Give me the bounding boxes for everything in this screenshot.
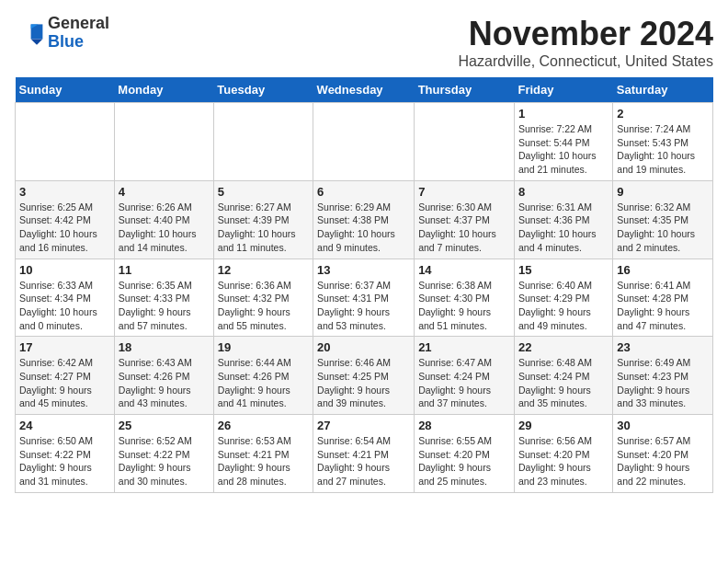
day-number: 8: [518, 185, 609, 199]
title-area: November 2024 Hazardville, Connecticut, …: [459, 15, 713, 70]
day-info: Sunrise: 6:56 AM Sunset: 4:20 PM Dayligh…: [518, 434, 609, 488]
day-info: Sunrise: 6:36 AM Sunset: 4:32 PM Dayligh…: [218, 279, 309, 333]
day-info: Sunrise: 6:37 AM Sunset: 4:31 PM Dayligh…: [317, 279, 410, 333]
calendar-cell: 23Sunrise: 6:49 AM Sunset: 4:23 PM Dayli…: [613, 337, 713, 415]
day-info: Sunrise: 6:40 AM Sunset: 4:29 PM Dayligh…: [518, 279, 609, 333]
calendar-cell: [114, 103, 213, 181]
day-info: Sunrise: 6:30 AM Sunset: 4:37 PM Dayligh…: [418, 201, 510, 255]
day-info: Sunrise: 6:42 AM Sunset: 4:27 PM Dayligh…: [19, 356, 110, 410]
day-info: Sunrise: 7:24 AM Sunset: 5:43 PM Dayligh…: [617, 122, 709, 177]
day-number: 12: [218, 263, 309, 277]
weekday-header-wednesday: Wednesday: [313, 77, 415, 103]
weekday-header-saturday: Saturday: [613, 77, 713, 103]
day-number: 10: [19, 263, 110, 277]
calendar-cell: 29Sunrise: 6:56 AM Sunset: 4:20 PM Dayli…: [514, 415, 612, 493]
calendar-cell: 22Sunrise: 6:48 AM Sunset: 4:24 PM Dayli…: [514, 337, 612, 415]
day-info: Sunrise: 6:50 AM Sunset: 4:22 PM Dayligh…: [19, 434, 110, 488]
header: General Blue November 2024 Hazardville, …: [15, 15, 713, 70]
calendar-week-row: 17Sunrise: 6:42 AM Sunset: 4:27 PM Dayli…: [16, 337, 713, 415]
day-info: Sunrise: 6:33 AM Sunset: 4:34 PM Dayligh…: [19, 279, 110, 333]
calendar-cell: 13Sunrise: 6:37 AM Sunset: 4:31 PM Dayli…: [313, 259, 415, 337]
weekday-header-sunday: Sunday: [16, 77, 115, 103]
location: Hazardville, Connecticut, United States: [459, 53, 713, 70]
calendar-cell: 2Sunrise: 7:24 AM Sunset: 5:43 PM Daylig…: [613, 103, 713, 181]
day-number: 23: [617, 340, 709, 354]
day-info: Sunrise: 6:35 AM Sunset: 4:33 PM Dayligh…: [119, 279, 210, 333]
day-number: 7: [418, 185, 510, 199]
weekday-header-thursday: Thursday: [415, 77, 515, 103]
day-number: 15: [518, 263, 609, 277]
calendar-cell: 27Sunrise: 6:54 AM Sunset: 4:21 PM Dayli…: [313, 415, 415, 493]
calendar-cell: 6Sunrise: 6:29 AM Sunset: 4:38 PM Daylig…: [313, 180, 415, 259]
calendar-week-row: 3Sunrise: 6:25 AM Sunset: 4:42 PM Daylig…: [16, 180, 713, 259]
day-info: Sunrise: 6:38 AM Sunset: 4:30 PM Dayligh…: [418, 279, 510, 333]
day-number: 25: [119, 419, 210, 432]
day-info: Sunrise: 6:47 AM Sunset: 4:24 PM Dayligh…: [418, 356, 510, 410]
day-number: 17: [19, 340, 110, 354]
day-number: 21: [418, 340, 510, 354]
calendar-cell: 28Sunrise: 6:55 AM Sunset: 4:20 PM Dayli…: [415, 415, 515, 493]
calendar-week-row: 10Sunrise: 6:33 AM Sunset: 4:34 PM Dayli…: [16, 259, 713, 337]
day-number: 3: [19, 185, 110, 199]
day-number: 1: [518, 107, 609, 121]
day-number: 4: [119, 185, 210, 199]
calendar-cell: 25Sunrise: 6:52 AM Sunset: 4:22 PM Dayli…: [114, 415, 213, 493]
day-info: Sunrise: 6:32 AM Sunset: 4:35 PM Dayligh…: [617, 201, 709, 255]
day-info: Sunrise: 6:25 AM Sunset: 4:42 PM Dayligh…: [19, 201, 110, 255]
logo-icon: [15, 18, 44, 48]
calendar-cell: 17Sunrise: 6:42 AM Sunset: 4:27 PM Dayli…: [16, 337, 115, 415]
day-number: 9: [617, 185, 709, 199]
calendar-week-row: 24Sunrise: 6:50 AM Sunset: 4:22 PM Dayli…: [16, 415, 713, 493]
day-number: 13: [317, 263, 410, 277]
calendar-cell: 4Sunrise: 6:26 AM Sunset: 4:40 PM Daylig…: [114, 180, 213, 259]
day-info: Sunrise: 6:52 AM Sunset: 4:22 PM Dayligh…: [119, 434, 210, 488]
day-number: 19: [218, 340, 309, 354]
day-number: 20: [317, 340, 410, 354]
day-number: 18: [119, 340, 210, 354]
day-info: Sunrise: 6:43 AM Sunset: 4:26 PM Dayligh…: [119, 356, 210, 410]
day-info: Sunrise: 6:54 AM Sunset: 4:21 PM Dayligh…: [317, 434, 410, 488]
day-info: Sunrise: 6:49 AM Sunset: 4:23 PM Dayligh…: [617, 356, 709, 410]
calendar-header-row: SundayMondayTuesdayWednesdayThursdayFrid…: [16, 77, 713, 103]
day-info: Sunrise: 6:55 AM Sunset: 4:20 PM Dayligh…: [418, 434, 510, 488]
calendar-cell: 14Sunrise: 6:38 AM Sunset: 4:30 PM Dayli…: [415, 259, 515, 337]
calendar-cell: 26Sunrise: 6:53 AM Sunset: 4:21 PM Dayli…: [213, 415, 313, 493]
day-info: Sunrise: 6:26 AM Sunset: 4:40 PM Dayligh…: [119, 201, 210, 255]
month-title: November 2024: [459, 15, 713, 53]
day-number: 30: [617, 419, 709, 432]
calendar-cell: 1Sunrise: 7:22 AM Sunset: 5:44 PM Daylig…: [514, 103, 612, 181]
calendar-cell: 8Sunrise: 6:31 AM Sunset: 4:36 PM Daylig…: [514, 180, 612, 259]
calendar-cell: 21Sunrise: 6:47 AM Sunset: 4:24 PM Dayli…: [415, 337, 515, 415]
day-info: Sunrise: 6:31 AM Sunset: 4:36 PM Dayligh…: [518, 201, 609, 255]
day-number: 5: [218, 185, 309, 199]
calendar-cell: 15Sunrise: 6:40 AM Sunset: 4:29 PM Dayli…: [514, 259, 612, 337]
day-number: 22: [518, 340, 609, 354]
calendar-cell: 10Sunrise: 6:33 AM Sunset: 4:34 PM Dayli…: [16, 259, 115, 337]
weekday-header-monday: Monday: [114, 77, 213, 103]
day-number: 29: [518, 419, 609, 432]
calendar-cell: [313, 103, 415, 181]
calendar-cell: [213, 103, 313, 181]
logo-blue: Blue: [48, 32, 84, 51]
day-info: Sunrise: 6:27 AM Sunset: 4:39 PM Dayligh…: [218, 201, 309, 255]
calendar-cell: 11Sunrise: 6:35 AM Sunset: 4:33 PM Dayli…: [114, 259, 213, 337]
day-number: 26: [218, 419, 309, 432]
day-info: Sunrise: 6:44 AM Sunset: 4:26 PM Dayligh…: [218, 356, 309, 410]
day-number: 14: [418, 263, 510, 277]
day-info: Sunrise: 6:53 AM Sunset: 4:21 PM Dayligh…: [218, 434, 309, 488]
day-number: 6: [317, 185, 410, 199]
day-number: 28: [418, 419, 510, 432]
calendar-cell: 30Sunrise: 6:57 AM Sunset: 4:20 PM Dayli…: [613, 415, 713, 493]
day-number: 16: [617, 263, 709, 277]
weekday-header-tuesday: Tuesday: [213, 77, 313, 103]
calendar-cell: 24Sunrise: 6:50 AM Sunset: 4:22 PM Dayli…: [16, 415, 115, 493]
logo: General Blue: [15, 15, 109, 52]
day-info: Sunrise: 7:22 AM Sunset: 5:44 PM Dayligh…: [518, 122, 609, 177]
calendar-cell: 18Sunrise: 6:43 AM Sunset: 4:26 PM Dayli…: [114, 337, 213, 415]
calendar-week-row: 1Sunrise: 7:22 AM Sunset: 5:44 PM Daylig…: [16, 103, 713, 181]
day-number: 11: [119, 263, 210, 277]
calendar-cell: 7Sunrise: 6:30 AM Sunset: 4:37 PM Daylig…: [415, 180, 515, 259]
calendar-cell: [415, 103, 515, 181]
day-number: 24: [19, 419, 110, 432]
svg-marker-2: [31, 39, 43, 44]
